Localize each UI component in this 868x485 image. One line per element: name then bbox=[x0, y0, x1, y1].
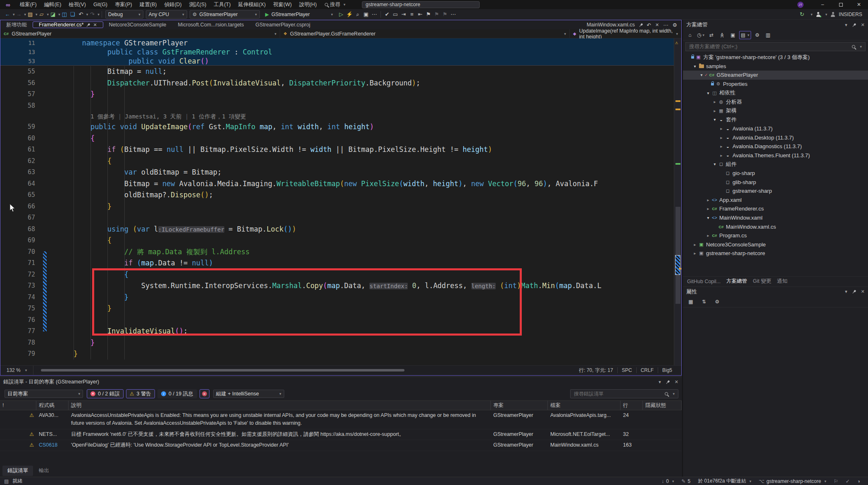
panel-tab-Git 變更[interactable]: Git 變更 bbox=[753, 278, 771, 285]
pin-icon[interactable] bbox=[665, 379, 671, 385]
sticky-scroll[interactable]: 11 namespace GStreamerPlayer13 public cl… bbox=[0, 38, 674, 66]
collapse-all-icon[interactable]: ≪ bbox=[718, 31, 726, 40]
tab-GStreamerPlayer.csproj[interactable]: GStreamerPlayer.csproj bbox=[250, 22, 316, 28]
git-branch[interactable]: ⌥gstreamer-sharp-netcore▾ bbox=[755, 478, 830, 484]
forward-icon[interactable]: → bbox=[15, 10, 23, 19]
switch-views-icon[interactable]: ⌂ bbox=[685, 31, 694, 39]
line-ending-indicator[interactable]: CRLF bbox=[636, 367, 658, 373]
scope-filter-dropdown[interactable]: 目前專案▾ bbox=[5, 390, 83, 398]
expander-icon[interactable]: ▸ bbox=[718, 144, 724, 149]
menu-測試(S)[interactable]: 測試(S) bbox=[185, 0, 210, 9]
pin-icon[interactable] bbox=[851, 22, 857, 28]
tree-item[interactable]: C#MainWindow.xaml.cs bbox=[683, 222, 868, 231]
expander-icon[interactable]: ▸ bbox=[718, 126, 724, 131]
caret-position[interactable]: 行: 70, 字元: 17 bbox=[575, 367, 617, 374]
back-icon[interactable]: ← bbox=[3, 10, 12, 19]
startup-project-dropdown[interactable]: ⚙GStreamerPlayer▾ bbox=[190, 10, 260, 19]
tree-item[interactable]: ▸▣Netcore3ConsoleSample bbox=[683, 240, 868, 249]
horizontal-scrollbar[interactable] bbox=[33, 366, 575, 375]
menu-視窗(W)[interactable]: 視窗(W) bbox=[269, 0, 295, 9]
menu-專案(P)[interactable]: 專案(P) bbox=[111, 0, 136, 9]
tab-FrameRenderer.cs*[interactable]: FrameRenderer.cs*✕ bbox=[33, 21, 103, 28]
panel-tab-GitHub Copil...[interactable]: GitHub Copil... bbox=[687, 279, 721, 284]
close-icon[interactable]: ✕ bbox=[861, 22, 865, 28]
sync-status-icon[interactable]: ✓ bbox=[842, 478, 854, 484]
tree-item[interactable]: ▾◻組件 bbox=[683, 160, 868, 169]
expander-icon[interactable]: ▾ bbox=[705, 91, 711, 95]
preview-selected-icon[interactable]: ▣ bbox=[728, 31, 737, 39]
close-icon[interactable]: ✕ bbox=[675, 379, 678, 385]
expander-icon[interactable]: ▸ bbox=[705, 233, 711, 238]
menu-編輯(E)[interactable]: 編輯(E) bbox=[40, 0, 65, 9]
gear-icon[interactable]: ⚙ bbox=[673, 22, 677, 28]
tree-item[interactable]: ▸C#FrameRenderer.cs bbox=[683, 204, 868, 213]
add-account-icon[interactable] bbox=[830, 12, 835, 17]
error-file[interactable]: MainWindow.xaml.cs bbox=[548, 440, 621, 450]
expander-icon[interactable]: ▸ bbox=[712, 109, 718, 113]
column-程式碼[interactable]: 程式碼 bbox=[36, 401, 69, 410]
sync-with-active-document-icon[interactable]: ⇄ bbox=[707, 31, 716, 39]
debug-config-dropdown[interactable]: Debug▾ bbox=[105, 10, 143, 19]
tree-item[interactable]: ▸▣gstreamer-sharp-netcore bbox=[683, 249, 868, 258]
tree-item[interactable]: ◻glib-sharp bbox=[683, 177, 868, 187]
property-pages-icon[interactable]: ⚙ bbox=[713, 298, 722, 306]
properties-icon[interactable]: ▥ bbox=[763, 31, 773, 39]
filter-dropdown-icon[interactable]: ▤▾ bbox=[739, 31, 751, 39]
pin-icon[interactable] bbox=[86, 22, 91, 28]
menu-建置(B)[interactable]: 建置(B) bbox=[136, 0, 161, 9]
tree-item[interactable]: ▸▦架構 bbox=[683, 106, 868, 116]
expander-icon[interactable]: ▸ bbox=[705, 198, 711, 202]
column-專案[interactable]: 專案 bbox=[491, 401, 548, 410]
column-說明[interactable]: 說明 bbox=[69, 401, 491, 410]
solution-search-input[interactable] bbox=[689, 44, 849, 50]
panel-tab-通知[interactable]: 通知 bbox=[777, 278, 787, 285]
save-all-icon[interactable]: ❏ bbox=[69, 10, 77, 19]
zoom-dropdown[interactable]: 132 %▾ bbox=[0, 366, 33, 375]
indentation-indicator[interactable]: SPC bbox=[617, 367, 636, 373]
close-icon[interactable]: ✕ bbox=[93, 22, 97, 28]
tree-item[interactable]: ▸◍分析器 bbox=[683, 97, 868, 106]
commit-state[interactable]: 於 01e76f2a 中斷連結▾ bbox=[694, 478, 755, 485]
redo-icon[interactable]: ↷ bbox=[88, 10, 96, 19]
open-folder-icon[interactable]: ▱ bbox=[38, 10, 46, 19]
codelens-references[interactable]: 1 個參考 bbox=[90, 111, 115, 121]
tree-item[interactable]: ▸◒Avalonia (11.3.7) bbox=[683, 124, 868, 133]
pending-edits[interactable]: ✎5 bbox=[678, 478, 694, 484]
messages-filter-button[interactable]: i0 / 19 訊息 bbox=[157, 389, 197, 398]
error-row[interactable]: ⚠AVA30...AvaloniaAccessUnstablePrivateAp… bbox=[0, 410, 682, 429]
title-search-input[interactable] bbox=[362, 1, 480, 8]
expander-icon[interactable]: ▾ bbox=[692, 64, 698, 69]
maximize-button[interactable] bbox=[832, 0, 850, 9]
panel-tab-錯誤清單[interactable]: 錯誤清單 bbox=[2, 466, 33, 476]
error-list-search[interactable]: ▾ bbox=[570, 389, 678, 398]
bookmark-next-icon[interactable]: ⚑ bbox=[433, 10, 441, 19]
error-code[interactable]: AVA30... bbox=[36, 410, 69, 429]
save-icon[interactable]: ◫ bbox=[60, 10, 69, 19]
find-in-files-icon[interactable]: ⌕ bbox=[354, 10, 362, 19]
breadcrumb-project[interactable]: C#GStreamerPlayer▾ bbox=[0, 29, 280, 38]
tree-item[interactable]: ▾<>MainWindow.xaml bbox=[683, 213, 868, 222]
document-health-warning-icon[interactable]: ⚠ bbox=[675, 40, 678, 45]
redo-chevron[interactable]: ▾ bbox=[98, 12, 100, 17]
error-row[interactable]: ⚠NETS...目標 Framework 'net6.0' 已不受支援，未來將不… bbox=[0, 429, 682, 440]
errors-filter-button[interactable]: ✕0 / 2 錯誤 bbox=[87, 389, 124, 398]
column-檔案[interactable]: 檔案 bbox=[548, 401, 621, 410]
expander-icon[interactable]: ▾ bbox=[705, 215, 711, 220]
line-ops-icon[interactable]: ⇤ bbox=[416, 10, 424, 19]
expander-icon[interactable]: ▸ bbox=[692, 242, 698, 247]
expander-icon[interactable]: ▸ bbox=[712, 99, 718, 104]
panel-tab-方案總管[interactable]: 方案總管 bbox=[726, 278, 747, 285]
error-code[interactable]: NETS... bbox=[36, 429, 69, 440]
incoming-commits[interactable]: ↓0▾ bbox=[658, 478, 678, 484]
breadcrumb-member[interactable]: ◆UpdateImage(ref MapInfo map, int width,… bbox=[570, 29, 681, 38]
pending-changes-filter-icon[interactable]: ◷▾ bbox=[696, 31, 705, 39]
notifications-icon[interactable]: ⚐ bbox=[830, 478, 842, 484]
restore-icon[interactable]: ↶ bbox=[647, 22, 651, 28]
platform-dropdown[interactable]: Any CPU▾ bbox=[146, 10, 187, 19]
tab-Microsoft.Com...rsion.targets[interactable]: Microsoft.Com...rsion.targets bbox=[172, 22, 250, 28]
feedback-icon[interactable]: ◑ bbox=[854, 478, 864, 484]
encoding-indicator[interactable]: Big5 bbox=[658, 367, 676, 373]
error-search-input[interactable] bbox=[574, 391, 661, 397]
error-file[interactable]: Microsoft.NET.EolTarget... bbox=[548, 429, 621, 440]
close-icon[interactable]: ✕ bbox=[655, 22, 659, 28]
